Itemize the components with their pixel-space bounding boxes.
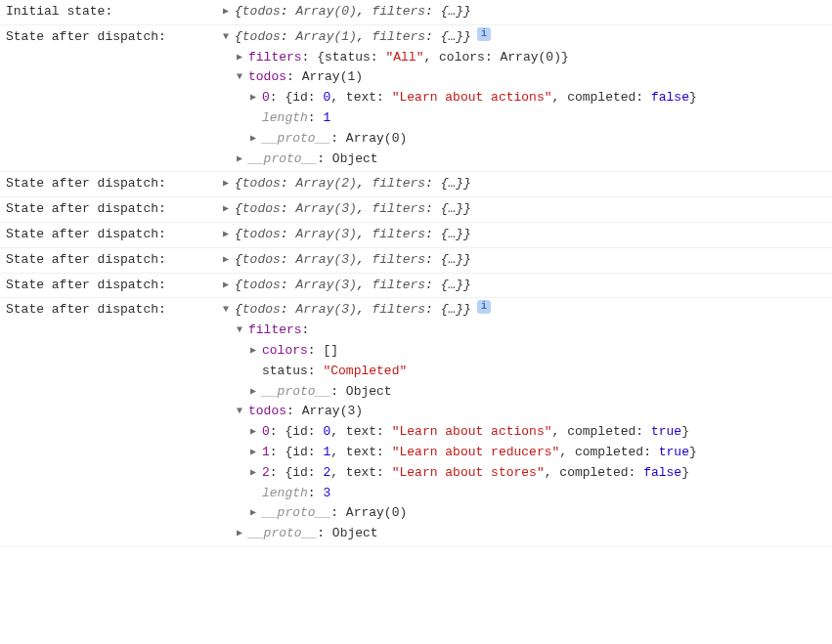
- disclosure-triangle-icon[interactable]: [237, 524, 248, 541]
- array-item[interactable]: 0: {id: 0, text: "Learn about actions", …: [262, 88, 697, 108]
- object-summary[interactable]: {todos: Array(3), filters: {…}}: [235, 250, 471, 271]
- disclosure-triangle-icon[interactable]: [237, 321, 248, 338]
- disclosure-triangle-icon[interactable]: [250, 382, 262, 400]
- property-proto[interactable]: __proto__: Object: [262, 382, 392, 403]
- info-icon[interactable]: i: [477, 300, 491, 314]
- object-summary[interactable]: {todos: Array(1), filters: {…}}: [235, 27, 471, 48]
- disclosure-triangle-icon[interactable]: [250, 341, 262, 359]
- log-entry-dispatch: State after dispatch: {todos: Array(3), …: [0, 197, 832, 223]
- log-label: State after dispatch:: [6, 250, 223, 271]
- property-todos[interactable]: todos: Array(3): [248, 402, 363, 422]
- array-item[interactable]: 1: {id: 1, text: "Learn about reducers",…: [262, 443, 697, 463]
- log-entry-dispatch: State after dispatch: {todos: Array(3), …: [0, 274, 832, 299]
- property-proto[interactable]: __proto__: Object: [248, 150, 378, 170]
- property-todos[interactable]: todos: Array(1): [248, 67, 363, 88]
- property-length: length: 1: [262, 108, 330, 129]
- property-filters[interactable]: filters:: [248, 321, 309, 341]
- property-proto[interactable]: __proto__: Array(0): [262, 129, 407, 150]
- log-entry-initial: Initial state: {todos: Array(0), filters…: [0, 0, 832, 25]
- object-summary[interactable]: {todos: Array(2), filters: {…}}: [235, 174, 471, 194]
- log-label: State after dispatch:: [6, 300, 223, 321]
- disclosure-triangle-icon[interactable]: [250, 129, 262, 147]
- property-status: status: "Completed": [262, 362, 407, 382]
- property-filters[interactable]: filters: {status: "All", colors: Array(0…: [248, 48, 569, 68]
- log-label: State after dispatch:: [6, 199, 223, 220]
- info-icon[interactable]: i: [477, 27, 491, 41]
- disclosure-triangle-icon[interactable]: [250, 463, 262, 481]
- array-item[interactable]: 0: {id: 0, text: "Learn about actions", …: [262, 422, 689, 443]
- property-length: length: 3: [262, 484, 330, 504]
- log-label: State after dispatch:: [6, 174, 223, 194]
- log-entry-dispatch: State after dispatch: {todos: Array(3), …: [0, 298, 832, 547]
- disclosure-triangle-icon[interactable]: [250, 503, 262, 521]
- log-label: State after dispatch:: [6, 27, 223, 48]
- disclosure-triangle-icon[interactable]: [250, 422, 262, 440]
- disclosure-triangle-icon[interactable]: [250, 88, 262, 106]
- disclosure-triangle-icon[interactable]: [223, 174, 235, 192]
- property-proto[interactable]: __proto__: Object: [248, 524, 378, 544]
- object-summary[interactable]: {todos: Array(3), filters: {…}}: [235, 199, 471, 220]
- disclosure-triangle-icon[interactable]: [223, 27, 235, 45]
- log-entry-dispatch: State after dispatch: {todos: Array(1), …: [0, 25, 832, 173]
- disclosure-triangle-icon[interactable]: [223, 250, 235, 268]
- disclosure-triangle-icon[interactable]: [250, 443, 262, 460]
- log-entry-dispatch: State after dispatch: {todos: Array(3), …: [0, 248, 832, 274]
- disclosure-triangle-icon[interactable]: [223, 2, 235, 20]
- property-colors[interactable]: colors: []: [262, 341, 338, 362]
- disclosure-triangle-icon[interactable]: [237, 150, 248, 167]
- log-label: Initial state:: [6, 2, 223, 22]
- disclosure-triangle-icon[interactable]: [223, 225, 235, 242]
- disclosure-triangle-icon[interactable]: [223, 300, 235, 318]
- object-summary[interactable]: {todos: Array(3), filters: {…}}: [235, 276, 471, 296]
- disclosure-triangle-icon[interactable]: [237, 67, 248, 85]
- disclosure-triangle-icon[interactable]: [237, 48, 248, 65]
- object-summary[interactable]: {todos: Array(3), filters: {…}}: [235, 300, 471, 321]
- log-label: State after dispatch:: [6, 225, 223, 245]
- object-summary[interactable]: {todos: Array(3), filters: {…}}: [235, 225, 471, 245]
- disclosure-triangle-icon[interactable]: [237, 402, 248, 419]
- disclosure-triangle-icon[interactable]: [223, 199, 235, 217]
- disclosure-triangle-icon[interactable]: [223, 276, 235, 293]
- object-summary[interactable]: {todos: Array(0), filters: {…}}: [235, 2, 471, 22]
- log-entry-dispatch: State after dispatch: {todos: Array(2), …: [0, 172, 832, 197]
- log-entry-dispatch: State after dispatch: {todos: Array(3), …: [0, 223, 832, 248]
- property-proto[interactable]: __proto__: Array(0): [262, 503, 407, 524]
- array-item[interactable]: 2: {id: 2, text: "Learn about stores", c…: [262, 463, 689, 484]
- log-label: State after dispatch:: [6, 276, 223, 296]
